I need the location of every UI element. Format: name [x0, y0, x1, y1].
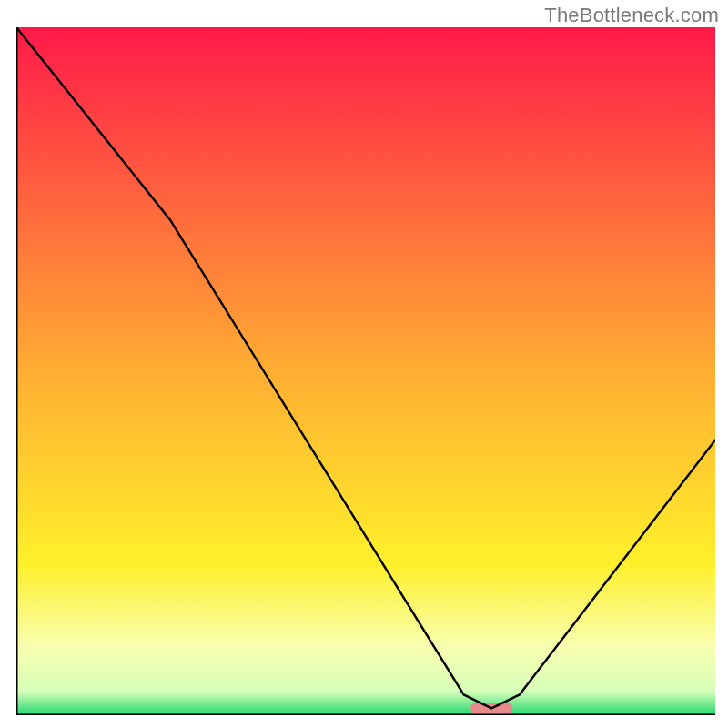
gradient-background	[16, 27, 715, 715]
chart-svg	[16, 27, 715, 715]
watermark-text: TheBottleneck.com	[544, 4, 719, 27]
plot-area	[16, 27, 715, 715]
chart-container: TheBottleneck.com	[0, 0, 728, 728]
